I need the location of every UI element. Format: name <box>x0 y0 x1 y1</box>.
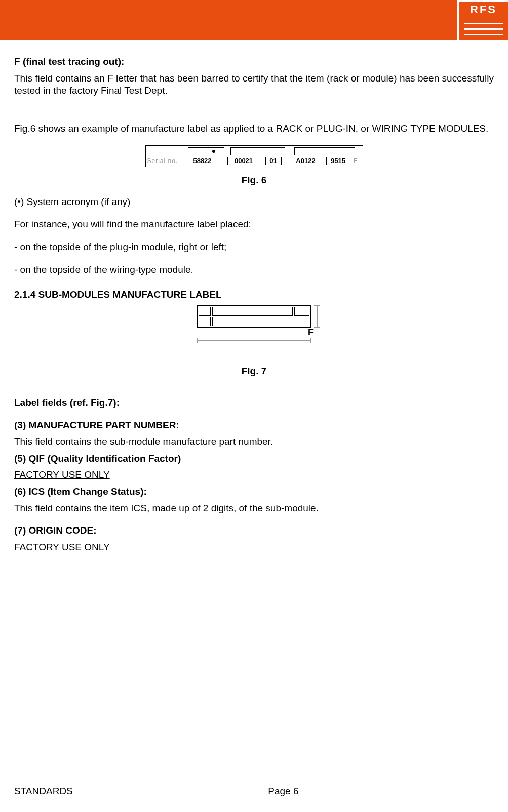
field7-text: FACTORY USE ONLY <box>14 541 494 554</box>
dimension-line-horizontal-icon <box>197 338 311 343</box>
fig7-label: F <box>197 305 311 328</box>
field5-heading: (5) QIF (Quality Identification Factor) <box>14 453 494 465</box>
field5-text: FACTORY USE ONLY <box>14 469 494 481</box>
dash-2: - on the topside of the wiring-type modu… <box>14 264 494 276</box>
dash-1: - on the topside of the plug-in module, … <box>14 241 494 254</box>
field6-text: This field contains the item ICS, made u… <box>14 502 494 515</box>
header-bar: RFS <box>0 0 508 40</box>
footer-left: STANDARDS <box>14 786 73 797</box>
fig6-intro: Fig.6 shows an example of manufacture la… <box>14 123 494 135</box>
fig6-cell-3: A0122 <box>291 157 321 165</box>
logo-text: RFS <box>457 0 508 18</box>
bullet-system-acronym: (•) System acronym (if any) <box>14 196 494 209</box>
field6-heading: (6) ICS (Item Change Status): <box>14 485 494 498</box>
logo-waves-icon <box>457 18 508 40</box>
fig6-cell-1: 00021 <box>227 157 260 165</box>
fig6-label: Serial no. 58822 00021 01 A0122 9515 F <box>145 145 363 167</box>
label-fields-heading: Label fields (ref. Fig.7): <box>14 397 494 410</box>
fig7-f-letter: F <box>308 327 314 338</box>
f-text: This field contains an F letter that has… <box>14 72 494 97</box>
fig6-cell-4: 9515 <box>326 157 350 165</box>
section-2-1-4: 2.1.4 SUB-MODULES MANUFACTURE LABEL <box>14 289 494 300</box>
fig7-caption: Fig. 7 <box>14 366 494 377</box>
field3-heading: (3) MANUFACTURE PART NUMBER: <box>14 419 494 432</box>
fig6-caption: Fig. 6 <box>14 175 494 186</box>
field3-text: This field contains the sub-module manuf… <box>14 436 494 449</box>
footer-page-number: Page 6 <box>73 786 494 797</box>
instance-text: For instance, you will find the manufact… <box>14 218 494 231</box>
serial-no-label: Serial no. <box>147 157 183 165</box>
page-content: F (final test tracing out): This field c… <box>0 40 508 554</box>
fig6-tail: F <box>353 157 359 165</box>
dot-icon <box>212 150 215 153</box>
field7-heading: (7) ORIGIN CODE: <box>14 524 494 537</box>
fig6-cell-0: 58822 <box>185 157 220 165</box>
fig6-cell-2: 01 <box>265 157 282 165</box>
page-footer: STANDARDS Page 6 <box>14 786 494 797</box>
dimension-line-vertical-icon <box>314 305 320 328</box>
logo: RFS <box>457 0 508 40</box>
f-heading: F (final test tracing out): <box>14 56 494 68</box>
